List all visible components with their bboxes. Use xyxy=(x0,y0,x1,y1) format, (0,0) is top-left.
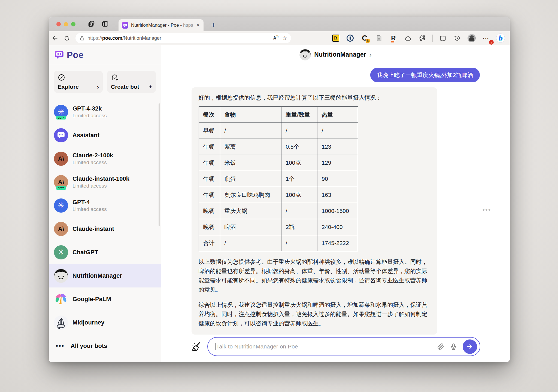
table-row: 午餐奥尔良口味鸡胸肉100克163 xyxy=(199,187,358,203)
anthropic-icon: A\ xyxy=(54,222,68,236)
sidebar-scrollbar[interactable] xyxy=(159,103,160,226)
poe-logo-text: Poe xyxy=(67,50,84,60)
settings-more-icon[interactable]: ···↑ xyxy=(482,34,490,42)
history-icon[interactable] xyxy=(453,34,462,42)
microphone-icon[interactable] xyxy=(450,343,457,350)
toolbar-divider xyxy=(432,35,433,42)
table-row: 午餐米饭100克129 xyxy=(199,155,358,171)
plus-icon: + xyxy=(149,84,152,90)
extension-badge: 8 xyxy=(366,39,370,43)
bot-message: 好的，根据您提供的信息，我已经帮您计算了以下三餐的能量摄入情况： 餐次 食物 重… xyxy=(192,87,437,335)
assistant-bubble-icon xyxy=(54,128,68,142)
sidebar-item-gpt-4-32k[interactable]: ✳BETA GPT-4-32kLimited access xyxy=(49,100,161,124)
sidebar-item-google-palm[interactable]: Google-PaLM xyxy=(49,287,161,311)
explore-button[interactable]: Explore › xyxy=(54,71,103,93)
tab-bar: NutritionManager - Poe - https ✕ + xyxy=(49,17,510,31)
clear-context-broom-icon[interactable] xyxy=(191,341,201,352)
ellipsis-icon: ••• xyxy=(56,342,65,350)
r-extension-icon[interactable]: R xyxy=(331,34,340,42)
window-controls xyxy=(56,22,75,26)
document-extension-icon[interactable] xyxy=(375,34,383,42)
new-tab-button[interactable]: + xyxy=(211,21,216,29)
sidebar-item-claude-instant[interactable]: A\ Claude-instant xyxy=(49,217,161,241)
chevron-right-icon: › xyxy=(369,51,372,59)
close-window-button[interactable] xyxy=(56,22,61,26)
zoom-window-button[interactable] xyxy=(71,22,75,26)
openai-icon: ✳BETA xyxy=(54,105,68,119)
colorzilla-icon[interactable]: C8 xyxy=(360,34,369,42)
sidebar-item-chatgpt[interactable]: ✳ ChatGPT xyxy=(49,241,161,264)
poe-logo-icon xyxy=(54,50,64,60)
browser-toolbar: https://poe.com/NutritionManager A)) ☆ R… xyxy=(49,31,510,45)
beta-badge: BETA xyxy=(56,186,66,190)
sidebar-item-nutritionmanager[interactable]: NutritionManager xyxy=(49,264,161,287)
beta-badge: BETA xyxy=(56,116,66,120)
sidebar-item-assistant[interactable]: Assistant xyxy=(49,124,161,147)
table-row: 合计//1745-2222 xyxy=(199,235,358,251)
chat-title: NutritionManager xyxy=(314,51,366,58)
text-cursor xyxy=(215,343,216,350)
sidebar-item-claude-instant-100k[interactable]: A\BETA Claude-instant-100kLimited access xyxy=(49,170,161,194)
sidebar: Poe Explore › Create bot + xyxy=(49,45,161,362)
chat-input-bar xyxy=(161,337,510,356)
extensions-row: R C8 R ···↑ b xyxy=(331,34,505,42)
back-icon[interactable] xyxy=(49,35,61,42)
sailboat-icon xyxy=(54,316,68,330)
table-row: 晚餐啤酒2瓶240-400 xyxy=(199,219,358,235)
update-badge: ↑ xyxy=(489,40,494,45)
nutritionmanager-avatar xyxy=(299,49,311,60)
message-input-container[interactable] xyxy=(207,337,480,356)
chat-body: 我晚上吃了一顿重庆火锅,外加2瓶啤酒 好的，根据您提供的信息，我已经帮您计算了以… xyxy=(161,64,510,362)
anthropic-icon: A\BETA xyxy=(54,175,68,189)
refresh-icon[interactable] xyxy=(61,35,73,41)
tab-title: NutritionManager - Poe - https xyxy=(131,23,193,28)
user-message-bubble: 我晚上吃了一顿重庆火锅,外加2瓶啤酒 xyxy=(370,68,480,82)
create-bot-button[interactable]: Create bot + xyxy=(107,71,156,93)
extensions-puzzle-icon[interactable] xyxy=(418,34,427,42)
tab-close-icon[interactable]: ✕ xyxy=(196,23,200,28)
address-bar[interactable]: https://poe.com/NutritionManager A)) ☆ xyxy=(75,33,291,43)
nutrition-table: 餐次 食物 重量/数量 热量 早餐/// xyxy=(199,106,358,251)
bot-message-paragraph: 综合以上情况，我建议您适量控制重庆火锅和啤酒的摄入，增加蔬菜和水果的摄入，保证营… xyxy=(199,300,430,328)
vertical-tabs-icon[interactable] xyxy=(102,20,109,27)
cloud-extension-icon[interactable] xyxy=(404,34,412,42)
poe-logo[interactable]: Poe xyxy=(49,45,161,65)
palm-tree-icon xyxy=(54,292,68,306)
browser-tab[interactable]: NutritionManager - Poe - https ✕ xyxy=(119,19,204,31)
onepassword-icon[interactable] xyxy=(346,34,354,42)
chat-panel: NutritionManager › 我晚上吃了一顿重庆火锅,外加2瓶啤酒 好的… xyxy=(161,45,510,362)
col-header: 餐次 xyxy=(199,106,220,122)
workspaces-icon[interactable] xyxy=(88,20,95,27)
col-header: 食物 xyxy=(220,106,281,122)
nutritionmanager-avatar xyxy=(54,269,68,283)
table-row: 早餐/// xyxy=(199,122,358,139)
table-header-row: 餐次 食物 重量/数量 热量 xyxy=(199,106,358,122)
compass-icon xyxy=(58,74,99,81)
split-screen-icon[interactable] xyxy=(438,34,447,42)
send-button[interactable] xyxy=(463,339,477,354)
bing-copilot-icon[interactable]: b xyxy=(496,34,505,42)
bot-plus-icon xyxy=(111,74,152,81)
url-text: https://poe.com/NutritionManager xyxy=(87,35,271,41)
message-input[interactable] xyxy=(216,343,437,350)
col-header: 热量 xyxy=(317,106,358,122)
minimize-window-button[interactable] xyxy=(64,22,68,26)
bot-list: ✳BETA GPT-4-32kLimited access Assistant … xyxy=(49,100,161,358)
sidebar-item-midjourney[interactable]: Midjourney xyxy=(49,311,161,334)
chevron-right-icon: › xyxy=(97,84,99,90)
chat-header[interactable]: NutritionManager › xyxy=(161,45,510,64)
openai-icon: ✳ xyxy=(54,245,68,259)
anthropic-icon: A\ xyxy=(54,152,68,166)
reader-extension-icon[interactable]: R xyxy=(389,34,398,42)
attach-file-icon[interactable] xyxy=(437,343,444,350)
message-actions-icon[interactable]: ••• xyxy=(483,206,491,213)
table-row: 午餐煎蛋1个90 xyxy=(199,171,358,187)
sidebar-item-all-your-bots[interactable]: ••• All your bots xyxy=(49,334,161,358)
sidebar-item-claude-2-100k[interactable]: A\ Claude-2-100kLimited access xyxy=(49,147,161,170)
lock-icon xyxy=(79,35,85,41)
col-header: 重量/数量 xyxy=(281,106,317,122)
favorite-star-icon[interactable]: ☆ xyxy=(282,35,287,41)
read-aloud-icon[interactable]: A)) xyxy=(273,36,277,41)
sidebar-item-gpt-4[interactable]: ✳ GPT-4Limited access xyxy=(49,194,161,217)
profile-avatar[interactable] xyxy=(467,34,476,42)
